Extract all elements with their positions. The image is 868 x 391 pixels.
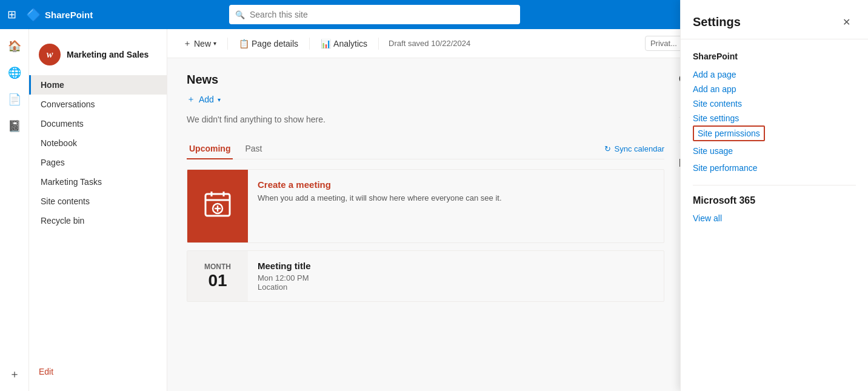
nav-item-site-contents[interactable]: Site contents [29, 192, 167, 211]
meeting-day: 01 [208, 271, 227, 290]
private-badge: Privat... [645, 36, 683, 51]
settings-body: SharePoint Add a page Add an app Site co… [681, 39, 868, 391]
search-bar[interactable]: 🔍 [229, 5, 520, 24]
nav-item-conversations[interactable]: Conversations [29, 95, 167, 114]
search-icon: 🔍 [235, 10, 245, 19]
analytics-label: Analytics [333, 39, 367, 48]
nav-item-documents[interactable]: Documents [29, 114, 167, 133]
left-rail: 🏠 🌐 📄 📓 ＋ [0, 29, 29, 391]
view-all-link[interactable]: View all [693, 211, 856, 226]
sharepoint-logo-icon: 🔷 [26, 7, 41, 22]
sync-label: Sync calendar [615, 144, 664, 153]
nav-item-home[interactable]: Home [29, 75, 167, 95]
toolbar-divider-2 [309, 38, 310, 50]
rail-home-icon[interactable]: 🏠 [2, 34, 27, 58]
settings-divider [693, 185, 856, 185]
add-page-link[interactable]: Add a page [693, 67, 856, 82]
rail-notebook-icon[interactable]: 📓 [2, 114, 27, 138]
settings-panel: Settings ✕ SharePoint Add a page Add an … [680, 0, 868, 391]
site-title: Marketing and Sales [67, 50, 149, 59]
nav-item-marketing-tasks[interactable]: Marketing Tasks [29, 172, 167, 192]
ms365-section-title: Microsoft 365 [693, 195, 856, 206]
rail-globe-icon[interactable]: 🌐 [2, 61, 27, 85]
app-logo: 🔷 SharePoint [26, 7, 105, 22]
app-logo-text: SharePoint [45, 10, 93, 20]
site-logo-letter: w [47, 49, 53, 60]
add-icon: ＋ [187, 94, 195, 105]
settings-close-button[interactable]: ✕ [836, 12, 856, 32]
meeting2-location: Location [258, 282, 654, 292]
new-label: New [194, 39, 211, 48]
add-app-link[interactable]: Add an app [693, 82, 856, 96]
toolbar-divider-1 [227, 38, 228, 50]
new-button[interactable]: ＋ New ▾ [177, 35, 222, 53]
analytics-button[interactable]: 📊 Analytics [315, 35, 373, 52]
site-nav: w Marketing and Sales Home Conversations… [29, 29, 167, 391]
rail-add-icon[interactable]: ＋ [2, 362, 27, 386]
site-usage-link[interactable]: Site usage [693, 144, 856, 158]
sync-icon: ↻ [604, 144, 611, 153]
page-details-button[interactable]: 📋 Page details [233, 35, 304, 52]
meeting2-time: Mon 12:00 PM [258, 273, 654, 282]
empty-news-msg: We didn't find anything to show here. [187, 115, 664, 124]
svg-rect-0 [205, 194, 230, 216]
draft-saved-text: Draft saved 10/22/2024 [389, 39, 470, 48]
calendar-add-icon [203, 189, 232, 224]
nav-item-recycle-bin[interactable]: Recycle bin [29, 211, 167, 230]
add-label: Add [199, 95, 214, 104]
sharepoint-section-title: SharePoint [693, 52, 856, 61]
site-settings-link[interactable]: Site settings [693, 111, 856, 125]
news-title: News [187, 73, 664, 87]
plus-icon: ＋ [183, 38, 192, 49]
create-meeting-title[interactable]: Create a meeting [258, 179, 654, 190]
meeting-icon-area [187, 170, 248, 242]
apps-grid-icon[interactable]: ⊞ [7, 8, 16, 21]
site-logo: w [39, 44, 61, 65]
nav-item-pages[interactable]: Pages [29, 153, 167, 172]
analytics-icon: 📊 [321, 39, 331, 48]
tab-upcoming[interactable]: Upcoming [187, 139, 233, 159]
page-details-label: Page details [252, 39, 298, 48]
site-contents-link[interactable]: Site contents [693, 96, 856, 111]
meeting2-title: Meeting title [258, 261, 654, 271]
settings-title: Settings [693, 15, 741, 29]
nav-edit-link[interactable]: Edit [29, 362, 167, 381]
settings-header: Settings ✕ [681, 0, 868, 39]
site-permissions-link[interactable]: Site permissions [693, 125, 765, 141]
events-tabs: Upcoming Past ↻ Sync calendar [187, 139, 664, 159]
add-chevron-icon: ▾ [218, 96, 221, 103]
meeting2-detail: Meeting title Mon 12:00 PM Location [248, 251, 664, 301]
page-details-icon: 📋 [239, 39, 249, 48]
create-meeting-desc: When you add a meeting, it will show her… [258, 193, 654, 202]
create-meeting-detail: Create a meeting When you add a meeting,… [248, 170, 664, 242]
meeting-month: MONTH [204, 262, 231, 271]
rail-document-icon[interactable]: 📄 [2, 87, 27, 112]
site-performance-link[interactable]: Site performance [693, 161, 856, 175]
create-meeting-card[interactable]: Create a meeting When you add a meeting,… [187, 169, 664, 243]
search-input[interactable] [250, 10, 514, 19]
date-area: MONTH 01 [187, 251, 248, 301]
tab-past[interactable]: Past [242, 139, 264, 159]
toolbar-divider-3 [378, 38, 379, 50]
new-chevron-icon: ▾ [213, 40, 216, 47]
sync-calendar-button[interactable]: ↻ Sync calendar [604, 144, 664, 153]
site-logo-area: w Marketing and Sales [29, 39, 167, 75]
news-section: News ＋ Add ▾ We didn't find anything to … [187, 73, 664, 302]
add-bar[interactable]: ＋ Add ▾ [187, 94, 664, 105]
meeting-title-card[interactable]: MONTH 01 Meeting title Mon 12:00 PM Loca… [187, 250, 664, 302]
nav-item-notebook[interactable]: Notebook [29, 133, 167, 153]
